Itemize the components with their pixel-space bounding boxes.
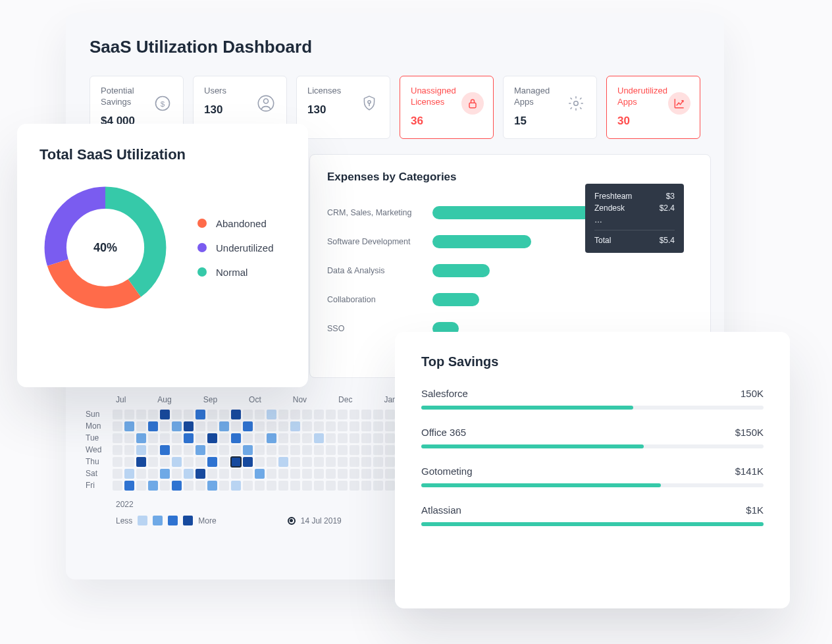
calendar-cell[interactable] [172,445,182,455]
calendar-cell[interactable] [326,469,336,479]
calendar-cell[interactable] [255,410,265,419]
calendar-cell[interactable] [207,457,217,467]
calendar-cell[interactable] [302,457,312,467]
calendar-cell[interactable] [350,457,359,467]
calendar-cell[interactable] [160,445,170,455]
calendar-cell[interactable] [373,469,383,479]
legend-item-abandoned[interactable]: Abandoned [197,218,274,229]
calendar-cell[interactable] [243,421,253,431]
calendar-cell[interactable] [350,421,359,431]
calendar-cell[interactable] [113,410,122,419]
calendar-cell[interactable] [385,445,395,455]
calendar-cell[interactable] [338,433,348,443]
calendar-cell[interactable] [184,469,194,479]
calendar-cell[interactable] [243,469,253,479]
calendar-cell[interactable] [113,481,122,491]
calendar-selected-date[interactable]: 14 Jul 2019 [288,516,342,525]
calendar-cell[interactable] [326,433,336,443]
calendar-cell[interactable] [267,457,276,467]
calendar-cell[interactable] [278,469,288,479]
savings-row[interactable]: Gotometing$141K [421,466,764,487]
calendar-cell[interactable] [361,481,371,491]
calendar-cell[interactable] [219,457,229,467]
calendar-cell[interactable] [148,481,158,491]
calendar-cell[interactable] [385,433,395,443]
calendar-cell[interactable] [385,410,395,419]
calendar-cell[interactable] [267,433,276,443]
kpi-underutilized-apps[interactable]: Underutilized Apps 30 [606,76,700,139]
calendar-cell[interactable] [184,421,194,431]
calendar-cell[interactable] [338,445,348,455]
calendar-cell[interactable] [361,445,371,455]
calendar-cell[interactable] [148,421,158,431]
calendar-cell[interactable] [290,410,300,419]
calendar-cell[interactable] [361,457,371,467]
calendar-cell[interactable] [124,457,134,467]
calendar-cell[interactable] [124,421,134,431]
calendar-cell[interactable] [195,457,205,467]
calendar-cell[interactable] [267,410,276,419]
calendar-cell[interactable] [278,421,288,431]
calendar-cell[interactable] [172,433,182,443]
calendar-cell[interactable] [338,457,348,467]
calendar-cell[interactable] [124,410,134,419]
calendar-cell[interactable] [136,457,146,467]
calendar-cell[interactable] [314,445,324,455]
calendar-cell[interactable] [184,481,194,491]
calendar-cell[interactable] [290,445,300,455]
calendar-grid[interactable] [113,410,395,491]
calendar-cell[interactable] [361,469,371,479]
calendar-cell[interactable] [184,445,194,455]
calendar-cell[interactable] [290,469,300,479]
kpi-managed-apps[interactable]: Managed Apps 15 [503,76,597,139]
calendar-cell[interactable] [255,433,265,443]
calendar-cell[interactable] [302,445,312,455]
calendar-cell[interactable] [160,481,170,491]
calendar-cell[interactable] [255,421,265,431]
calendar-cell[interactable] [113,469,122,479]
calendar-cell[interactable] [172,469,182,479]
calendar-cell[interactable] [113,421,122,431]
calendar-cell[interactable] [326,445,336,455]
calendar-cell[interactable] [385,469,395,479]
calendar-cell[interactable] [278,433,288,443]
savings-row[interactable]: Office 365$150K [421,427,764,448]
calendar-cell[interactable] [338,421,348,431]
calendar-cell[interactable] [184,410,194,419]
calendar-cell[interactable] [195,481,205,491]
calendar-cell[interactable] [207,433,217,443]
calendar-cell[interactable] [231,410,241,419]
calendar-cell[interactable] [302,433,312,443]
calendar-cell[interactable] [148,469,158,479]
calendar-cell[interactable] [385,421,395,431]
calendar-cell[interactable] [278,445,288,455]
expenses-row[interactable]: Collaboration [327,285,693,314]
calendar-cell[interactable] [124,469,134,479]
calendar-cell[interactable] [231,445,241,455]
calendar-cell[interactable] [136,481,146,491]
calendar-cell[interactable] [314,469,324,479]
calendar-cell[interactable] [113,457,122,467]
calendar-cell[interactable] [124,433,134,443]
calendar-cell[interactable] [219,469,229,479]
calendar-cell[interactable] [373,433,383,443]
calendar-cell[interactable] [373,410,383,419]
calendar-cell[interactable] [219,481,229,491]
calendar-cell[interactable] [219,410,229,419]
calendar-cell[interactable] [195,421,205,431]
calendar-cell[interactable] [326,481,336,491]
donut-chart[interactable]: 40% [39,182,171,313]
calendar-cell[interactable] [243,410,253,419]
expenses-row[interactable]: Data & Analysis [327,256,693,285]
legend-item-normal[interactable]: Normal [197,267,274,278]
calendar-cell[interactable] [290,481,300,491]
calendar-cell[interactable] [160,457,170,467]
calendar-cell[interactable] [314,433,324,443]
calendar-cell[interactable] [302,469,312,479]
calendar-cell[interactable] [326,457,336,467]
legend-item-underutilized[interactable]: Underutilized [197,242,274,254]
calendar-cell[interactable] [350,469,359,479]
calendar-cell[interactable] [326,410,336,419]
calendar-cell[interactable] [267,469,276,479]
savings-row[interactable]: Salesforce150K [421,388,764,410]
